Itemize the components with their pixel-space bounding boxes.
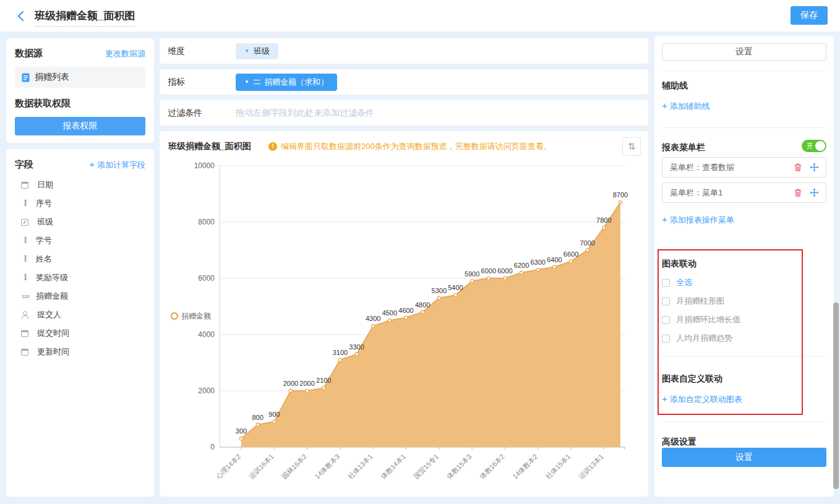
datasource-item-label: 捐赠列表 [35,72,69,83]
svg-text:5900: 5900 [465,270,479,278]
svg-text:4500: 4500 [382,309,397,317]
field-label: 学号 [36,235,52,246]
linkage-checkbox[interactable] [662,335,670,343]
sum-lines-icon [254,80,260,84]
svg-text:体教15本3: 体教15本3 [445,453,473,481]
field-item-student-no[interactable]: 学号 [15,231,145,250]
delete-menu-button[interactable] [792,187,804,199]
metric-tag[interactable]: ▼捐赠金额（求和） [236,74,337,91]
dimension-row: 维度 ▼班级 [160,38,648,64]
select-type-icon [21,219,28,226]
field-item-submit-time[interactable]: 提交时间 [15,324,145,343]
preview-notice: ! 编辑界面只取数据源前200条作为查询数据预览，完整数据请访问页面查看。 [268,141,552,152]
trash-icon [794,188,802,197]
svg-text:14体教本2: 14体教本2 [511,453,539,481]
report-permission-button[interactable]: 报表权限 [15,117,145,135]
calendar-icon [21,330,28,337]
filter-placeholder: 拖动左侧字段到此处来添加过滤条件 [236,108,374,119]
calendar-icon [21,182,28,189]
svg-text:6200: 6200 [514,262,529,269]
chart-settings-button[interactable]: 设置 [662,43,826,61]
filter-row[interactable]: 过滤条件 拖动左侧字段到此处来添加过滤条件 [160,100,648,126]
datasource-item[interactable]: 捐赠列表 [15,67,145,88]
trash-icon [794,163,802,172]
notice-text: 编辑界面只取数据源前200条作为查询数据预览，完整数据请访问页面查看。 [281,141,552,152]
fields-card: 字段 添加计算字段 日期 序号 班级 学号 姓名 奖励等级 捐赠金额 提交人 提… [6,149,154,497]
menubar-item-view-data[interactable]: 菜单栏：查看数据 [662,157,826,177]
field-item-donation-amount[interactable]: 捐赠金额 [15,287,145,305]
select-all-label[interactable]: 全选 [676,277,692,288]
svg-text:6600: 6600 [564,250,578,258]
linkage-option-label[interactable]: 月捐赠环比增长值 [676,314,740,325]
svg-text:7800: 7800 [596,216,611,224]
svg-text:4600: 4600 [398,307,413,314]
svg-text:社体15本1: 社体15本1 [544,453,572,481]
menu-item-label: 菜单栏：菜单1 [670,187,787,199]
menubar-toggle[interactable]: 开 [802,140,826,152]
svg-text:4000: 4000 [198,330,215,339]
toggle-on-label: 开 [807,142,813,151]
linkage-option-row: 月捐赠环比增长值 [662,314,826,325]
delete-menu-button[interactable] [792,162,804,173]
sort-button[interactable]: ⇅ [622,137,641,156]
add-report-menu-link[interactable]: 添加报表操作菜单 [662,214,826,226]
linkage-option-label[interactable]: 人均月捐赠趋势 [676,333,732,344]
select-all-checkbox[interactable] [662,279,670,287]
move-menu-button[interactable] [808,162,820,173]
back-button[interactable] [15,9,28,23]
svg-text:社体13本1: 社体13本1 [346,453,374,481]
warning-icon: ! [268,142,277,151]
text-type-icon [20,273,31,282]
svg-text:园林16本2: 园林16本2 [280,453,308,481]
svg-text:8700: 8700 [613,191,628,199]
text-type-icon [20,236,31,245]
svg-text:7000: 7000 [580,239,594,247]
field-item-update-time[interactable]: 更新时间 [15,343,145,361]
svg-text:体教16本2: 体教16本2 [478,453,506,481]
svg-text:国贸15专1: 国贸15专1 [412,453,440,481]
field-item-seq[interactable]: 序号 [15,194,145,213]
aux-line-title: 辅助线 [662,80,826,92]
linkage-checkbox[interactable] [662,297,670,305]
custom-linkage-title: 图表自定义联动 [662,374,826,385]
menubar-item-menu1[interactable]: 菜单栏：菜单1 [662,182,826,203]
change-datasource-link[interactable]: 更改数据源 [105,48,145,59]
svg-text:6000: 6000 [198,274,215,283]
linkage-checkbox[interactable] [662,316,670,324]
svg-text:3100: 3100 [333,349,348,356]
svg-text:900: 900 [268,411,280,418]
field-item-class[interactable]: 班级 [15,213,145,231]
field-item-name[interactable]: 姓名 [15,250,145,268]
svg-text:10000: 10000 [194,161,215,170]
field-item-submitter[interactable]: 提交人 [15,305,145,324]
move-arrows-icon [810,188,819,197]
linkage-option-row: 月捐赠柱形图 [662,296,826,307]
field-item-date[interactable]: 日期 [15,176,145,194]
dimension-tag[interactable]: ▼班级 [236,43,278,59]
advanced-settings-button[interactable]: 设置 [662,448,826,467]
svg-text:5400: 5400 [448,284,463,291]
add-aux-line-link[interactable]: 添加辅助线 [662,100,826,112]
field-label: 奖励等级 [36,272,68,283]
svg-text:6000: 6000 [481,267,496,275]
svg-text:6000: 6000 [497,267,512,275]
move-arrows-icon [810,163,819,172]
save-button[interactable]: 保存 [791,6,828,25]
add-calc-field-link[interactable]: 添加计算字段 [89,159,145,171]
scrollbar-thumb[interactable] [833,302,839,489]
svg-text:4800: 4800 [415,301,430,309]
chevron-down-icon: ▼ [244,48,249,54]
linkage-option-row: 人均月捐赠趋势 [662,333,826,344]
field-label: 提交时间 [37,328,69,339]
area-chart[interactable]: 0200040006000800010000心理14本2运训16本1园林16本2… [160,160,648,497]
chart-panel: 班级捐赠金额_面积图 ! 编辑界面只取数据源前200条作为查询数据预览，完整数据… [160,131,648,497]
svg-text:体教14本1: 体教14本1 [379,453,407,481]
svg-text:心理14本2: 心理14本2 [214,453,242,481]
field-item-award-level[interactable]: 奖励等级 [15,268,145,287]
add-custom-linkage-link[interactable]: 添加自定义联动图表 [662,393,826,405]
menu-item-label: 菜单栏：查看数据 [670,162,787,173]
text-type-icon [20,199,31,208]
datasource-title: 数据源 [15,48,43,59]
linkage-option-label[interactable]: 月捐赠柱形图 [676,296,724,307]
move-menu-button[interactable] [808,187,820,199]
